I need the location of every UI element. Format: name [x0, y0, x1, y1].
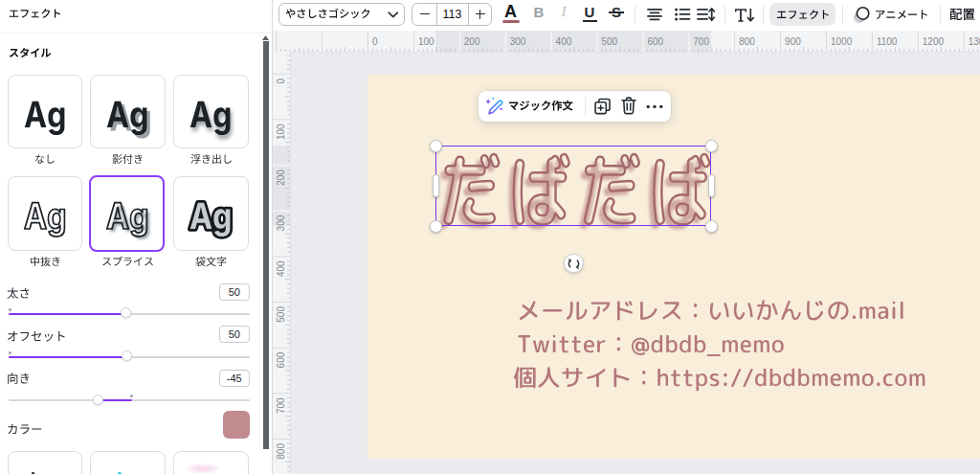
svg-text:0: 0: [372, 36, 378, 47]
svg-text:200: 200: [276, 169, 286, 186]
svg-text:600: 600: [276, 352, 286, 369]
svg-text:500: 500: [601, 36, 617, 47]
svg-text:100: 100: [417, 36, 434, 47]
svg-text:1000: 1000: [831, 36, 853, 47]
svg-text:900: 900: [785, 36, 801, 47]
svg-text:600: 600: [647, 36, 663, 47]
svg-text:800: 800: [739, 36, 755, 47]
svg-text:100: 100: [276, 124, 286, 140]
svg-text:700: 700: [693, 36, 709, 47]
svg-text:400: 400: [276, 260, 286, 277]
svg-text:1200: 1200: [922, 36, 944, 47]
svg-text:300: 300: [276, 215, 286, 232]
svg-text:800: 800: [276, 443, 286, 460]
svg-text:400: 400: [555, 36, 571, 47]
svg-text:300: 300: [509, 36, 525, 47]
svg-text:700: 700: [276, 397, 286, 414]
svg-text:0: 0: [276, 79, 286, 84]
svg-text:200: 200: [463, 36, 479, 47]
svg-text:1300: 1300: [968, 36, 980, 47]
svg-text:500: 500: [276, 306, 286, 323]
svg-text:1100: 1100: [876, 36, 897, 47]
